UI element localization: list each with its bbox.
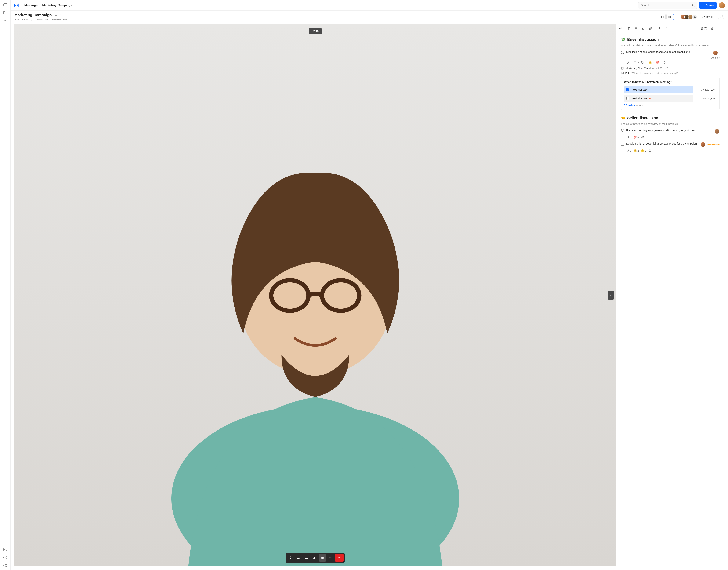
agenda-text: Focus on building engagement and increas… bbox=[626, 128, 712, 132]
checkbox-tool-icon[interactable] bbox=[641, 26, 646, 31]
poll-option[interactable]: Next Monday 3 votes (30%) bbox=[624, 86, 716, 93]
view-split-button[interactable] bbox=[673, 14, 679, 20]
current-user-avatar[interactable] bbox=[719, 2, 725, 8]
link-chip[interactable]: 1 bbox=[626, 136, 631, 139]
svg-point-26 bbox=[330, 558, 331, 558]
help-icon[interactable] bbox=[3, 563, 8, 568]
link-chip[interactable]: 2 bbox=[626, 61, 631, 64]
text-tool-icon[interactable] bbox=[626, 26, 631, 31]
list-tool-icon[interactable] bbox=[633, 26, 639, 31]
poll-total[interactable]: 10 votes bbox=[624, 103, 635, 107]
agenda-chips: 2 2 2 🤗2 💯2 bbox=[626, 61, 720, 64]
svg-rect-19 bbox=[297, 557, 299, 559]
assignee-avatar[interactable] bbox=[713, 50, 718, 55]
reaction-hundred-chip[interactable]: 💯2 bbox=[656, 61, 661, 64]
poll-icon bbox=[621, 72, 624, 75]
collapse-arrow-icon[interactable]: ‹ bbox=[608, 291, 614, 300]
camera-button[interactable]: ˄ bbox=[295, 554, 302, 562]
svg-rect-21 bbox=[321, 557, 322, 558]
add-reaction-icon[interactable] bbox=[663, 61, 666, 64]
settings-icon[interactable] bbox=[3, 555, 8, 560]
svg-point-38 bbox=[621, 129, 622, 130]
chat-icon[interactable] bbox=[718, 14, 724, 20]
reaction-hug-chip[interactable]: 🤗2 bbox=[633, 149, 639, 152]
poll-option[interactable]: Next Monday ✸ 7 votes (70%) bbox=[624, 95, 716, 102]
link-chip[interactable]: 3 bbox=[626, 149, 631, 152]
plus-tool-icon[interactable]: + bbox=[657, 26, 662, 31]
reaction-think-chip[interactable]: 🤔2 bbox=[641, 149, 646, 152]
plus-icon: ＋ bbox=[702, 4, 705, 7]
svg-point-42 bbox=[649, 150, 651, 152]
star-icon[interactable] bbox=[59, 13, 62, 17]
poll-votes: 7 votes (70%) bbox=[696, 97, 716, 100]
share-screen-button[interactable]: ˄ bbox=[303, 554, 310, 562]
view-panel-button[interactable] bbox=[666, 14, 673, 20]
search-icon[interactable] bbox=[692, 3, 695, 7]
assignee-avatar[interactable] bbox=[714, 128, 720, 134]
layout-grid-button[interactable] bbox=[319, 554, 326, 562]
breadcrumb-page[interactable]: Marketing Campaign bbox=[42, 4, 72, 7]
assignee-avatar[interactable] bbox=[700, 142, 705, 147]
hangup-button[interactable] bbox=[335, 554, 344, 562]
image-icon[interactable] bbox=[3, 547, 8, 552]
more-icon[interactable]: ⋯ bbox=[54, 13, 57, 17]
tasks-icon[interactable] bbox=[3, 18, 8, 23]
svg-rect-20 bbox=[305, 557, 308, 559]
create-label: Create bbox=[706, 4, 714, 7]
agenda-text: Develop a list of potential target audie… bbox=[626, 142, 698, 146]
left-sidebar bbox=[0, 0, 11, 570]
notes-panel-icon[interactable] bbox=[709, 26, 714, 31]
reaction-hug-chip[interactable]: 🤗2 bbox=[649, 61, 654, 64]
invite-button[interactable]: Invite bbox=[700, 14, 715, 20]
svg-rect-11 bbox=[670, 16, 670, 18]
attach-tool-icon[interactable] bbox=[648, 26, 653, 31]
svg-point-5 bbox=[5, 557, 6, 558]
svg-point-8 bbox=[692, 4, 694, 6]
add-reaction-icon[interactable] bbox=[641, 136, 644, 139]
view-single-button[interactable] bbox=[660, 14, 666, 20]
tasks-count-button[interactable]: (6) bbox=[700, 27, 707, 30]
raise-hand-button[interactable]: ˄ bbox=[311, 554, 318, 562]
agenda-text: Discussion of challenges faced and poten… bbox=[626, 50, 709, 54]
poll-status: open bbox=[639, 103, 645, 107]
page-header: Marketing Campaign ⋯ Sunday Feb 15, 01:0… bbox=[11, 11, 728, 24]
poll-row[interactable]: Poll: "When to have our next team meetin… bbox=[621, 72, 720, 75]
briefcase-icon[interactable] bbox=[3, 2, 8, 7]
topbar: › Meetings › Marketing Campaign ＋ Create bbox=[11, 0, 728, 11]
section-desc: The seller provides an overview of their… bbox=[621, 122, 720, 126]
attachment-size: 955.4 KB bbox=[658, 67, 668, 70]
poll-caption: "When to have our next team meeting?" bbox=[631, 72, 678, 75]
notes-more-icon[interactable]: ⋯ bbox=[716, 26, 722, 31]
poll-footer: 10 votes – open bbox=[624, 103, 716, 107]
radio-icon[interactable] bbox=[621, 51, 624, 54]
poll-checkbox[interactable] bbox=[626, 97, 629, 100]
svg-rect-32 bbox=[701, 27, 703, 29]
poll-card: When to have our next team meeting? Next… bbox=[621, 77, 720, 110]
agenda-item[interactable]: Focus on building engagement and increas… bbox=[621, 128, 720, 134]
mic-button[interactable]: ˄ bbox=[287, 554, 295, 562]
checkbox-icon[interactable] bbox=[621, 142, 624, 146]
poll-checkbox[interactable] bbox=[626, 88, 629, 91]
tag-chip[interactable]: 2 bbox=[641, 61, 646, 64]
more-call-button[interactable] bbox=[327, 554, 334, 562]
participants-avatars[interactable]: +15 bbox=[682, 14, 697, 19]
comment-chip[interactable]: 2 bbox=[633, 61, 639, 64]
search-input[interactable] bbox=[638, 2, 697, 9]
svg-rect-22 bbox=[323, 557, 324, 558]
agenda-item[interactable]: Develop a list of potential target audie… bbox=[621, 142, 720, 147]
agenda-item[interactable]: Discussion of challenges faced and poten… bbox=[621, 50, 720, 59]
participants-overflow[interactable]: +15 bbox=[692, 14, 697, 19]
app-logo-icon[interactable] bbox=[14, 3, 19, 8]
due-label: Tomorrow bbox=[707, 143, 720, 146]
calendar-icon[interactable] bbox=[3, 10, 8, 15]
agenda-chips: 3 🤗2 🤔2 bbox=[626, 149, 720, 152]
attachment-row[interactable]: Marketing New Milestones 955.4 KB bbox=[621, 67, 720, 70]
reaction-hundred-chip[interactable]: 💯6 bbox=[633, 136, 639, 139]
poll-label: Poll: bbox=[625, 72, 630, 75]
duration-label: 30 mins bbox=[711, 56, 720, 59]
create-button[interactable]: ＋ Create bbox=[699, 2, 717, 9]
breadcrumb-section[interactable]: Meetings bbox=[24, 4, 37, 7]
chevron-down-icon[interactable]: ˅ bbox=[664, 26, 670, 31]
svg-point-29 bbox=[635, 28, 635, 29]
add-reaction-icon[interactable] bbox=[649, 149, 652, 152]
